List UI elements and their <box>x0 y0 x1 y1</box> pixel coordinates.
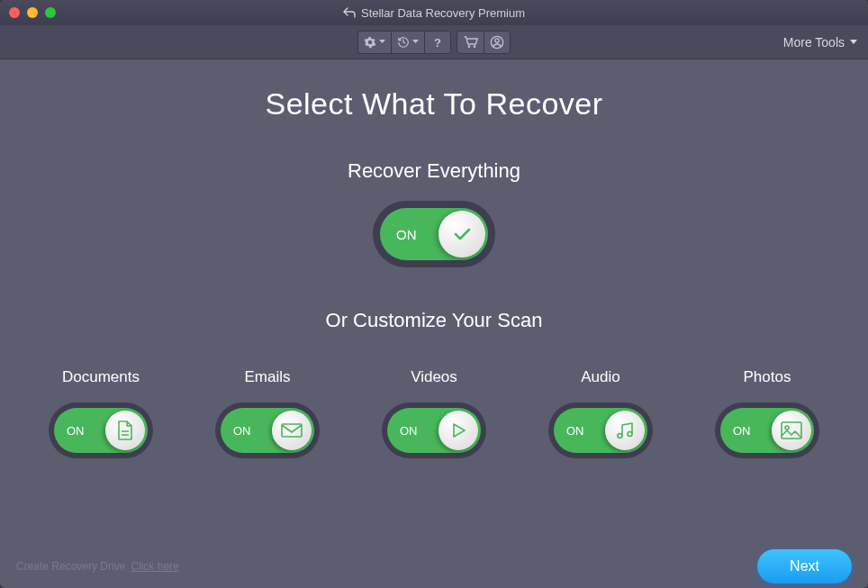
svg-point-7 <box>785 426 789 430</box>
svg-text:?: ? <box>434 36 441 49</box>
category-label: Photos <box>744 368 791 386</box>
toggle-knob <box>272 411 312 450</box>
emails-toggle[interactable]: ON <box>221 408 314 453</box>
account-button[interactable] <box>484 31 511 54</box>
titlebar: Stellar Data Recovery Premium <box>0 0 868 25</box>
more-tools-label: More Tools <box>783 35 845 50</box>
user-icon <box>490 35 504 50</box>
gear-icon <box>364 36 376 49</box>
toggle-wrap: ON <box>715 403 819 458</box>
zoom-window-button[interactable] <box>45 7 56 18</box>
category-audio: Audio ON <box>548 368 653 458</box>
close-window-button[interactable] <box>9 7 20 18</box>
toggle-wrap: ON <box>382 403 486 458</box>
toggle-knob <box>439 411 478 450</box>
toolbar-center: ? <box>357 31 511 54</box>
category-videos: Videos ON <box>382 368 486 458</box>
categories-row: Documents ON Emails <box>0 368 868 458</box>
audio-toggle[interactable]: ON <box>554 408 647 453</box>
toggle-on-label: ON <box>233 424 251 438</box>
question-icon: ? <box>433 36 442 49</box>
page-title: Select What To Recover <box>265 86 602 122</box>
recover-everything-toggle-wrap: ON <box>373 201 495 267</box>
window-title: Stellar Data Recovery Premium <box>343 6 525 20</box>
toggle-on-label: ON <box>400 424 418 438</box>
svg-point-4 <box>618 434 622 439</box>
category-label: Emails <box>244 368 290 386</box>
music-icon <box>614 420 636 441</box>
create-recovery-drive-label: Create Recovery Drive <box>16 560 125 573</box>
back-arrow-icon <box>343 7 356 18</box>
toggle-knob <box>772 411 811 450</box>
document-icon <box>115 420 135 441</box>
svg-rect-6 <box>782 422 801 439</box>
help-button[interactable]: ? <box>424 31 451 54</box>
category-label: Videos <box>411 368 457 386</box>
chevron-down-icon <box>379 40 385 44</box>
svg-rect-3 <box>282 424 302 437</box>
mail-icon <box>280 421 303 439</box>
footer-left: Create Recovery Drive Click here <box>16 560 179 573</box>
recover-everything-toggle[interactable]: ON <box>380 208 488 260</box>
history-icon <box>397 36 410 49</box>
toggle-wrap: ON <box>49 403 153 458</box>
settings-button[interactable] <box>357 31 391 54</box>
history-button[interactable] <box>391 31 424 54</box>
minimize-window-button[interactable] <box>27 7 38 18</box>
svg-point-5 <box>628 432 632 437</box>
toggle-knob <box>439 211 485 258</box>
documents-toggle[interactable]: ON <box>54 408 148 453</box>
recover-everything-heading: Recover Everything <box>348 159 520 183</box>
toolbar-group-settings: ? <box>357 31 451 54</box>
footer: Create Recovery Drive Click here Next <box>0 545 868 588</box>
cart-icon <box>464 36 478 49</box>
check-icon <box>451 223 473 245</box>
customize-heading: Or Customize Your Scan <box>326 309 543 332</box>
create-recovery-drive-link[interactable]: Click here <box>131 560 178 573</box>
toolbar-group-account <box>457 31 511 54</box>
svg-point-2 <box>495 38 499 41</box>
cart-button[interactable] <box>457 31 484 54</box>
videos-toggle[interactable]: ON <box>387 408 481 453</box>
toggle-knob <box>105 411 145 450</box>
toolbar: ? More Tools <box>0 25 868 59</box>
chevron-down-icon <box>850 40 857 44</box>
category-label: Audio <box>581 368 619 386</box>
main-content: Select What To Recover Recover Everythin… <box>0 59 868 588</box>
photos-toggle[interactable]: ON <box>720 408 814 453</box>
toggle-on-label: ON <box>396 227 417 242</box>
toggle-knob <box>605 411 645 450</box>
next-button[interactable]: Next <box>757 549 852 583</box>
toggle-on-label: ON <box>67 424 85 438</box>
toggle-on-label: ON <box>733 424 751 438</box>
traffic-lights <box>9 7 56 18</box>
window-title-text: Stellar Data Recovery Premium <box>361 6 525 20</box>
chevron-down-icon <box>412 40 419 44</box>
image-icon <box>780 421 803 440</box>
play-icon <box>448 421 468 440</box>
category-label: Documents <box>62 368 140 386</box>
category-photos: Photos ON <box>715 368 819 458</box>
app-window: Stellar Data Recovery Premium <box>0 0 868 588</box>
more-tools-menu[interactable]: More Tools <box>783 35 857 50</box>
category-documents: Documents ON <box>49 368 153 458</box>
toggle-wrap: ON <box>215 403 320 458</box>
toggle-wrap: ON <box>548 403 653 458</box>
toggle-on-label: ON <box>566 424 584 438</box>
category-emails: Emails ON <box>215 368 320 458</box>
